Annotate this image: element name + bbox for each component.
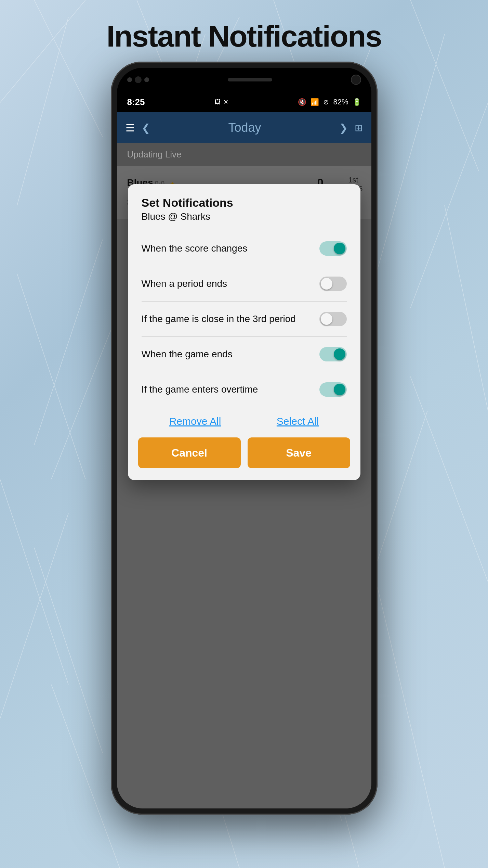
blocked-icon: ⊘ (323, 98, 329, 106)
notifications-modal: Set Notifications Blues @ Sharks When th… (128, 184, 360, 480)
cancel-button[interactable]: Cancel (138, 437, 241, 468)
hamburger-button[interactable]: ☰ (126, 122, 135, 134)
game-ends-thumb (334, 348, 345, 360)
svg-line-14 (445, 205, 488, 411)
svg-line-16 (0, 513, 68, 719)
close-game-toggle[interactable] (319, 312, 347, 326)
status-icons: 🔇 📶 ⊘ 82% 🔋 (298, 98, 361, 106)
score-changes-thumb (334, 243, 345, 254)
svg-line-7 (376, 34, 445, 274)
front-camera (351, 75, 361, 85)
modal-buttons: Cancel Save (128, 434, 360, 480)
phone-frame: 8:25 🖼 ✕ 🔇 📶 ⊘ 82% 🔋 ☰ ❮ Today ❯ ⊞ (111, 62, 378, 815)
status-image-icon: 🖼 (214, 99, 221, 106)
modal-title: Set Notifications (142, 196, 347, 209)
speaker (228, 78, 272, 81)
close-game-label: If the game is close in the 3rd period (142, 314, 319, 324)
overtime-label: If the game enters overtime (142, 384, 319, 395)
app-header: ☰ ❮ Today ❯ ⊞ (117, 112, 371, 143)
svg-line-8 (17, 274, 85, 479)
page-title: Instant Notifications (0, 19, 488, 54)
svg-line-25 (376, 582, 445, 868)
notification-row-score: When the score changes (142, 231, 347, 266)
wifi-icon: 📶 (311, 98, 319, 106)
filter-button[interactable]: ⊞ (355, 122, 362, 133)
battery-icon: 🔋 (353, 98, 361, 106)
modal-actions: Remove All Select All (128, 407, 360, 434)
dot-center (135, 76, 142, 83)
status-time: 8:25 (127, 97, 145, 107)
svg-line-15 (0, 479, 68, 685)
status-x-icon: ✕ (223, 98, 228, 106)
status-bar: 8:25 🖼 ✕ 🔇 📶 ⊘ 82% 🔋 (117, 92, 371, 112)
modal-header: Set Notifications Blues @ Sharks (128, 184, 360, 231)
score-changes-label: When the score changes (142, 243, 319, 254)
mute-icon: 🔇 (298, 98, 306, 106)
save-button[interactable]: Save (248, 437, 350, 468)
header-title: Today (228, 120, 261, 135)
dot-right2 (144, 77, 149, 82)
period-ends-toggle[interactable] (319, 277, 347, 291)
game-ends-label: When the game ends (142, 349, 319, 360)
svg-line-34 (34, 548, 103, 753)
svg-line-30 (51, 308, 120, 479)
svg-line-9 (34, 240, 103, 445)
forward-button[interactable]: ❯ (339, 122, 348, 134)
svg-line-21 (410, 376, 488, 582)
modal-body: When the score changes When a period end… (128, 231, 360, 407)
back-button[interactable]: ❮ (142, 122, 150, 134)
game-ends-toggle[interactable] (319, 347, 347, 361)
select-all-button[interactable]: Select All (277, 416, 319, 427)
phone-top-bar (117, 68, 371, 92)
phone-screen: 8:25 🖼 ✕ 🔇 📶 ⊘ 82% 🔋 ☰ ❮ Today ❯ ⊞ (117, 68, 371, 808)
notification-row-period: When a period ends (142, 266, 347, 302)
notification-row-ends: When the game ends (142, 337, 347, 372)
camera-dots (127, 76, 149, 83)
header-left: ☰ ❮ (126, 122, 150, 134)
overtime-toggle[interactable] (319, 382, 347, 397)
svg-line-22 (51, 685, 120, 868)
notification-row-overtime: If the game enters overtime (142, 372, 347, 407)
dot-left (127, 77, 132, 82)
modal-overlay: Set Notifications Blues @ Sharks When th… (117, 143, 371, 808)
remove-all-button[interactable]: Remove All (169, 416, 221, 427)
score-changes-toggle[interactable] (319, 241, 347, 256)
battery-text: 82% (333, 98, 348, 106)
period-ends-thumb (321, 278, 332, 290)
notification-row-close: If the game is close in the 3rd period (142, 302, 347, 337)
close-game-thumb (321, 313, 332, 325)
period-ends-label: When a period ends (142, 278, 319, 289)
overtime-thumb (334, 384, 345, 395)
header-right: ❯ ⊞ (339, 122, 362, 134)
modal-subtitle: Blues @ Sharks (142, 211, 347, 222)
svg-line-29 (410, 103, 488, 308)
